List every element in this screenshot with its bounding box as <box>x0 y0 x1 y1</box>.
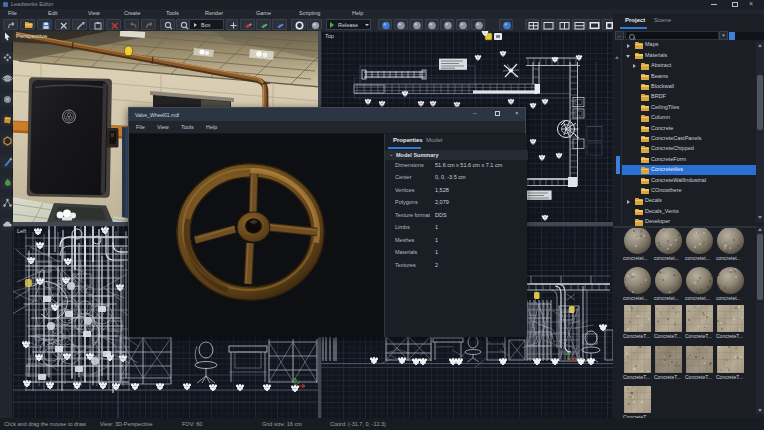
svg-text:Perspective: Perspective <box>16 33 48 39</box>
